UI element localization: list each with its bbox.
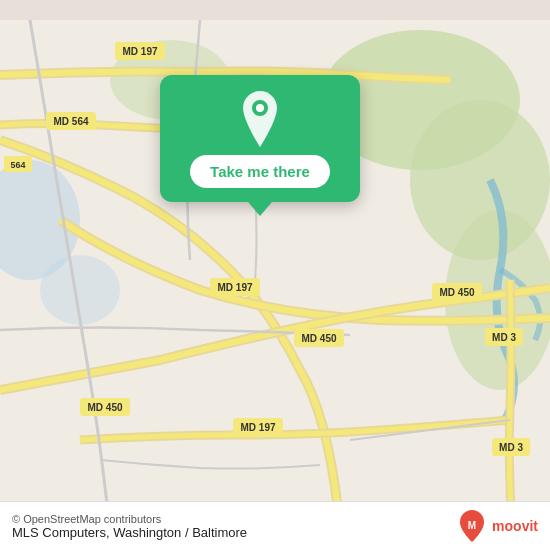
bottom-left-info: © OpenStreetMap contributors MLS Compute… [12,513,247,540]
svg-text:MD 197: MD 197 [217,282,252,293]
popup-card: Take me there [160,75,360,202]
svg-text:MD 564: MD 564 [53,116,88,127]
moovit-logo: M moovit [456,510,538,542]
svg-point-28 [256,104,264,112]
svg-text:MD 197: MD 197 [122,46,157,57]
svg-text:MD 197: MD 197 [240,422,275,433]
svg-text:MD 450: MD 450 [301,333,336,344]
bottom-bar: © OpenStreetMap contributors MLS Compute… [0,501,550,550]
map-container: MD 197 MD 564 564 MD 197 MD 450 MD 450 M… [0,0,550,550]
svg-text:M: M [468,520,476,531]
moovit-icon: M [456,510,488,542]
moovit-text: moovit [492,518,538,534]
svg-text:MD 450: MD 450 [439,287,474,298]
location-name: MLS Computers, Washington / Baltimore [12,525,247,540]
copyright-text: © OpenStreetMap contributors [12,513,247,525]
svg-text:564: 564 [10,160,25,170]
svg-text:MD 3: MD 3 [499,442,523,453]
svg-text:MD 3: MD 3 [492,332,516,343]
take-me-there-button[interactable]: Take me there [190,155,330,188]
location-pin-icon [234,93,286,145]
svg-text:MD 450: MD 450 [87,402,122,413]
